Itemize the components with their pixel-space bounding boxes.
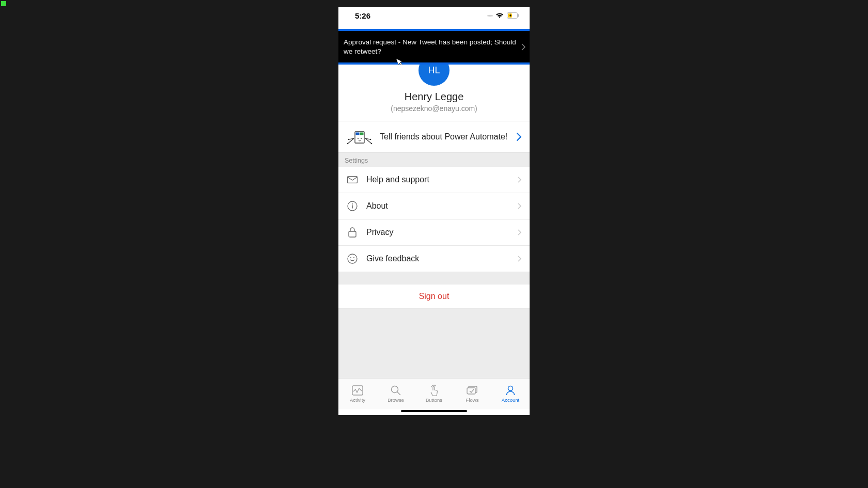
info-icon xyxy=(347,200,358,212)
svg-rect-27 xyxy=(467,388,475,394)
wifi-icon xyxy=(495,12,504,19)
feedback-row[interactable]: Give feedback xyxy=(338,246,530,272)
search-icon xyxy=(391,385,401,396)
phone-frame: 5:26 •••• Approval request - New Tweet h… xyxy=(338,7,530,415)
svg-point-5 xyxy=(347,143,349,145)
tab-buttons-label: Buttons xyxy=(426,397,442,403)
status-time: 5:26 xyxy=(355,11,487,20)
avatar-initials: HL xyxy=(428,65,440,76)
notification-text: Approval request - New Tweet has been po… xyxy=(344,38,516,55)
activity-icon xyxy=(352,385,363,396)
svg-rect-20 xyxy=(349,231,356,237)
home-indicator[interactable] xyxy=(338,409,530,415)
chevron-right-icon xyxy=(518,177,521,183)
help-support-label: Help and support xyxy=(366,175,509,184)
svg-rect-19 xyxy=(352,206,353,209)
svg-point-10 xyxy=(370,139,371,140)
svg-point-18 xyxy=(352,203,353,204)
svg-point-23 xyxy=(353,257,354,258)
svg-point-25 xyxy=(392,386,398,393)
svg-point-14 xyxy=(358,138,359,139)
person-icon xyxy=(506,385,515,396)
tab-account-label: Account xyxy=(502,397,519,403)
flows-icon xyxy=(467,385,478,396)
tell-friends-row[interactable]: Tell friends about Power Automate! xyxy=(338,121,530,153)
tab-flows-label: Flows xyxy=(466,397,479,403)
about-row[interactable]: About xyxy=(338,193,530,219)
battery-icon xyxy=(507,12,519,19)
chevron-right-icon xyxy=(518,203,521,209)
chevron-right-icon xyxy=(518,256,521,262)
svg-rect-12 xyxy=(356,133,360,135)
tap-icon xyxy=(429,385,439,396)
svg-rect-13 xyxy=(360,133,364,135)
svg-rect-1 xyxy=(518,14,519,17)
notification-banner[interactable]: Approval request - New Tweet has been po… xyxy=(338,29,530,65)
tab-buttons[interactable]: Buttons xyxy=(415,379,453,409)
chevron-right-icon xyxy=(518,229,521,235)
settings-list: Help and support About Privacy xyxy=(338,167,530,272)
carrier-dots: •••• xyxy=(487,13,492,19)
privacy-row[interactable]: Privacy xyxy=(338,219,530,246)
svg-point-28 xyxy=(508,386,513,391)
tell-friends-label: Tell friends about Power Automate! xyxy=(380,132,509,141)
profile-email: (nepsezekno@enayu.com) xyxy=(338,104,530,113)
settings-section-header: Settings xyxy=(338,153,530,167)
recording-indicator xyxy=(1,1,6,6)
tab-flows[interactable]: Flows xyxy=(453,379,491,409)
status-right: •••• xyxy=(487,12,519,19)
help-support-row[interactable]: Help and support xyxy=(338,167,530,193)
tab-browse-label: Browse xyxy=(388,397,404,403)
tab-browse[interactable]: Browse xyxy=(377,379,415,409)
svg-point-15 xyxy=(361,138,362,139)
sign-out-button[interactable]: Sign out xyxy=(338,285,530,309)
feedback-label: Give feedback xyxy=(366,254,509,263)
sign-out-label: Sign out xyxy=(419,292,450,301)
svg-line-26 xyxy=(397,392,400,395)
svg-rect-16 xyxy=(348,177,358,183)
svg-point-6 xyxy=(371,143,373,145)
svg-point-22 xyxy=(350,257,351,258)
robot-share-icon xyxy=(347,129,373,145)
tab-activity-label: Activity xyxy=(350,397,365,403)
privacy-label: Privacy xyxy=(366,228,509,237)
svg-point-21 xyxy=(348,254,357,263)
smile-icon xyxy=(347,253,358,264)
chevron-right-icon xyxy=(521,43,525,51)
svg-point-9 xyxy=(348,139,350,140)
about-label: About xyxy=(366,201,509,211)
tab-bar: Activity Browse Buttons Flows Account xyxy=(338,378,530,409)
tab-activity[interactable]: Activity xyxy=(338,379,377,409)
tab-account[interactable]: Account xyxy=(491,379,530,409)
mail-icon xyxy=(347,174,358,185)
profile-name: Henry Legge xyxy=(338,91,530,103)
empty-fill xyxy=(338,309,530,378)
status-bar: 5:26 •••• xyxy=(338,7,530,24)
section-gap xyxy=(338,272,530,285)
chevron-right-icon xyxy=(517,133,521,141)
lock-icon xyxy=(347,227,358,238)
